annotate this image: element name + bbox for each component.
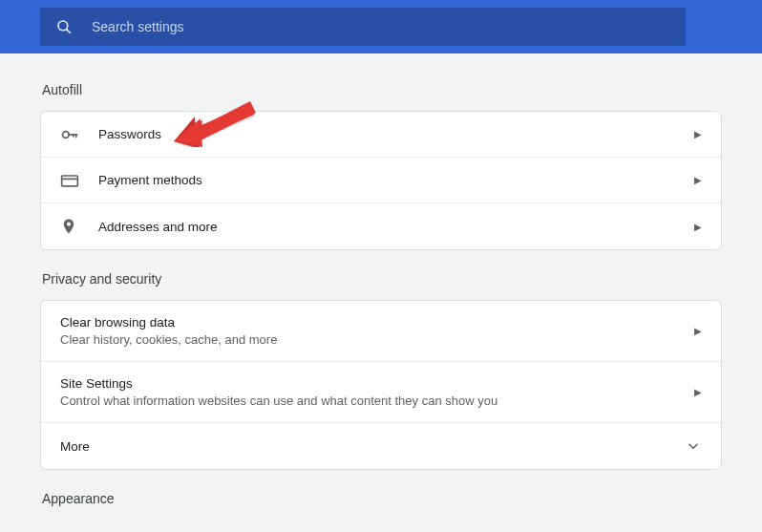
chevron-right-icon: ▶ — [694, 175, 702, 185]
row-payment-methods[interactable]: Payment methods ▶ — [41, 158, 721, 203]
key-icon — [60, 125, 81, 144]
chevron-right-icon: ▶ — [694, 222, 702, 232]
row-sublabel: Control what information websites can us… — [60, 394, 687, 408]
row-site-settings[interactable]: Site Settings Control what information w… — [41, 362, 721, 423]
row-body: Addresses and more — [98, 220, 687, 234]
svg-rect-5 — [73, 134, 74, 137]
content: Autofill Passwords ▶ Payment methods ▶ — [0, 53, 762, 506]
row-body: Passwords — [98, 127, 687, 141]
section-title-privacy: Privacy and security — [40, 271, 722, 287]
header-bar — [0, 0, 762, 53]
row-label: Clear browsing data — [60, 315, 687, 330]
chevron-down-icon — [685, 437, 702, 455]
row-body: Clear browsing data Clear history, cooki… — [60, 315, 687, 347]
section-appearance: Appearance — [40, 491, 722, 506]
row-label: Addresses and more — [98, 220, 687, 234]
row-label: Payment methods — [98, 173, 687, 187]
svg-rect-4 — [75, 134, 77, 138]
row-passwords[interactable]: Passwords ▶ — [41, 112, 721, 158]
row-addresses[interactable]: Addresses and more ▶ — [41, 203, 721, 249]
section-autofill: Autofill Passwords ▶ Payment methods ▶ — [40, 82, 722, 250]
search-input[interactable] — [92, 19, 670, 34]
svg-rect-6 — [62, 176, 78, 186]
search-bar[interactable] — [40, 8, 686, 46]
row-label: Site Settings — [60, 376, 687, 391]
search-icon — [55, 18, 73, 35]
row-body: Payment methods — [98, 173, 687, 187]
privacy-card: Clear browsing data Clear history, cooki… — [40, 300, 722, 470]
svg-point-0 — [58, 21, 68, 31]
autofill-card: Passwords ▶ Payment methods ▶ Addresses — [40, 111, 722, 250]
credit-card-icon — [60, 171, 81, 190]
section-privacy: Privacy and security Clear browsing data… — [40, 271, 722, 470]
row-label: Passwords — [98, 127, 687, 141]
row-label: More — [60, 439, 685, 454]
row-more[interactable]: More — [41, 423, 721, 469]
chevron-right-icon: ▶ — [694, 129, 702, 139]
chevron-right-icon: ▶ — [694, 326, 702, 336]
svg-point-2 — [63, 131, 70, 138]
section-title-autofill: Autofill — [40, 82, 722, 97]
chevron-right-icon: ▶ — [694, 387, 702, 397]
row-sublabel: Clear history, cookies, cache, and more — [60, 332, 687, 347]
svg-line-1 — [67, 30, 71, 33]
row-body: More — [60, 439, 685, 454]
row-clear-browsing-data[interactable]: Clear browsing data Clear history, cooki… — [41, 301, 721, 362]
location-icon — [60, 218, 81, 235]
section-title-appearance: Appearance — [40, 491, 722, 506]
row-body: Site Settings Control what information w… — [60, 376, 687, 408]
